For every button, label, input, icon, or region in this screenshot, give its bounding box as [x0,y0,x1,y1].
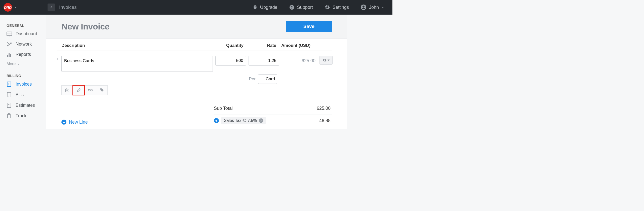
chevron-left-icon [50,6,53,9]
sidebar-item-label: Estimates [16,103,35,108]
col-description: Description [57,43,214,48]
sidebar-heading-general: GENERAL [0,19,46,29]
new-line-label: New Line [69,120,88,125]
line-settings-button[interactable] [319,56,333,65]
svg-line-13 [8,44,9,46]
rocket-icon [253,5,258,10]
svg-line-12 [9,43,11,44]
sidebar-item-label: Network [16,42,32,47]
caret-down-icon [328,59,330,61]
sidebar-more-label: More [7,62,16,66]
user-icon [360,4,367,10]
save-button[interactable]: Save [286,21,332,32]
quantity-input[interactable] [215,56,246,66]
sidebar-item-estimates[interactable]: Estimates [0,100,46,111]
new-line-button[interactable]: + New Line [61,104,88,129]
settings-link[interactable]: Settings [320,5,353,10]
gear-icon [323,58,327,62]
line-amount: 625.00 [279,56,317,63]
totals: Sub Total 625.00 + Sales Tax @ 7.5% ✕ 46… [214,104,332,129]
sidebar-more[interactable]: More [0,60,46,66]
line-item-row: ⋮⋮ 625.00 [57,51,332,72]
right-gutter [347,15,392,129]
network-icon [7,42,12,47]
clipboard-icon [7,113,12,119]
page-header: New Invoice Save [46,15,347,39]
per-label: Per [249,77,256,82]
per-unit-row: Per [57,74,332,84]
svg-rect-15 [9,53,10,57]
page-title: New Invoice [61,22,109,31]
per-unit-input[interactable] [258,74,277,84]
logo: pnp [4,3,12,12]
back-button[interactable] [48,4,55,11]
chevron-down-icon [14,6,17,9]
description-field[interactable] [61,56,213,72]
calendar-icon: 31 [65,88,69,92]
chevron-down-icon [17,63,20,65]
sidebar-item-network[interactable]: Network [0,39,46,49]
tag-button[interactable] [96,85,108,95]
svg-text:31: 31 [66,90,68,92]
topbar: pnp Invoices Upgrade ? Support Settings … [0,0,392,15]
subtotal-label: Sub Total [214,106,300,111]
sidebar-heading-billing: BILLING [0,66,46,79]
sidebar-item-label: Invoices [16,82,32,87]
settings-label: Settings [333,5,349,10]
svg-rect-14 [7,55,8,57]
invoice-icon [7,81,12,87]
sidebar-item-label: Bills [16,92,24,97]
description-input[interactable] [62,56,213,66]
sidebar-item-dashboard[interactable]: Dashboard [0,29,46,39]
sidebar-item-invoices[interactable]: Invoices [0,79,46,89]
svg-point-34 [101,89,101,90]
support-label: Support [297,5,313,10]
sidebar: GENERAL Dashboard Network Reports More [0,15,46,129]
col-rate: Rate [247,43,279,48]
remove-tax-button[interactable]: ✕ [259,118,263,123]
attachment-button[interactable] [73,85,85,95]
estimate-icon [7,102,12,108]
svg-line-11 [8,43,9,44]
tax-label: Sales Tax @ 7.5% [224,118,257,123]
support-link[interactable]: ? Support [285,5,317,10]
upgrade-link[interactable]: Upgrade [248,5,282,10]
link-icon [88,89,93,92]
sidebar-item-reports[interactable]: Reports [0,49,46,60]
svg-marker-25 [328,60,330,61]
drag-handle[interactable]: ⋮⋮ [57,56,61,62]
svg-rect-22 [7,103,11,108]
line-tools: 31 [57,85,332,100]
upgrade-label: Upgrade [260,5,277,10]
sidebar-item-label: Reports [16,52,31,57]
sidebar-item-label: Dashboard [16,31,37,37]
svg-rect-16 [10,54,11,57]
tax-value: 46.88 [300,118,331,123]
paperclip-icon [76,88,81,92]
col-amount: Amount (USD) [279,43,317,48]
main-content: New Invoice Save Description Quantity Ra… [46,15,347,129]
user-menu[interactable]: John [356,4,389,10]
line-items-header: Description Quantity Rate Amount (USD) [57,43,332,51]
bars-icon [7,52,12,57]
svg-text:?: ? [291,6,293,9]
rate-input[interactable] [249,56,279,66]
dashboard-icon [7,31,12,37]
brand[interactable]: pnp [4,3,45,12]
svg-rect-4 [7,32,12,36]
tax-chip[interactable]: Sales Tax @ 7.5% ✕ [221,117,266,124]
sidebar-item-track[interactable]: Track [0,111,46,121]
help-icon: ? [289,5,295,10]
user-name: John [369,5,379,10]
subtotal-value: 625.00 [300,106,331,111]
sidebar-item-label: Track [16,113,26,119]
bill-icon [7,92,12,97]
svg-point-3 [363,6,365,8]
sidebar-item-bills[interactable]: Bills [0,89,46,100]
date-button[interactable]: 31 [61,85,73,95]
link-button[interactable] [85,85,96,95]
add-tax-button[interactable]: + [214,118,219,123]
breadcrumb[interactable]: Invoices [59,5,77,10]
gear-icon [325,5,330,10]
tag-icon [100,88,104,92]
